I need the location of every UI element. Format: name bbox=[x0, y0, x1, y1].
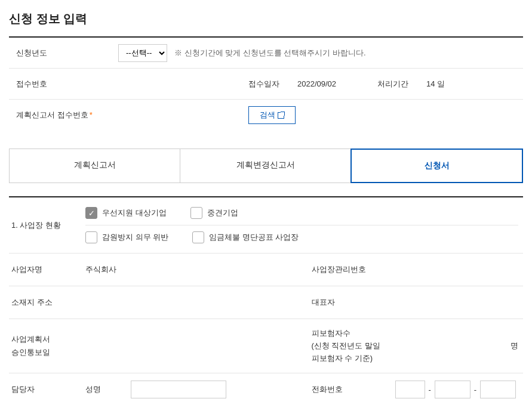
checkbox-icon bbox=[190, 207, 202, 219]
tab-plan-report[interactable]: 계획신고서 bbox=[9, 149, 180, 183]
process-period-value: 14 일 bbox=[424, 79, 472, 89]
receipt-date-value: 2022/09/02 bbox=[295, 79, 373, 88]
ceo-value bbox=[390, 296, 524, 308]
address-label: 소재지 주소 bbox=[9, 286, 81, 319]
year-select[interactable]: --선택-- bbox=[118, 44, 167, 62]
biz-mgmt-no-label: 사업장관리번호 bbox=[307, 256, 390, 283]
year-hint: ※ 신청기간에 맞게 신청년도를 선택해주시기 바랍니다. bbox=[174, 48, 366, 58]
search-button[interactable]: 검색 bbox=[248, 106, 296, 124]
checkbox-priority-support[interactable]: ✓ 우선지원 대상기업 bbox=[85, 207, 167, 219]
insured-unit: 명 bbox=[511, 341, 518, 351]
phone-separator: - bbox=[429, 385, 431, 394]
plan-receipt-no-label: 계획신고서 접수번호* bbox=[9, 100, 113, 130]
phone-input-3[interactable] bbox=[480, 381, 516, 398]
contact-name-label: 성명 bbox=[85, 384, 101, 395]
external-link-icon bbox=[278, 112, 284, 119]
plan-approval-label: 사업계획서 승인통보일 bbox=[9, 319, 81, 373]
page-title: 신청 정보 입력 bbox=[9, 6, 523, 36]
receipt-no-label: 접수번호 bbox=[9, 69, 113, 99]
checkbox-icon bbox=[85, 231, 97, 243]
contact-label: 담당자 bbox=[9, 373, 81, 405]
ceo-label: 대표자 bbox=[307, 289, 390, 316]
year-label: 신청년도 bbox=[9, 38, 113, 68]
tabs: 계획신고서 계획변경신고서 신청서 bbox=[9, 149, 523, 183]
tab-application[interactable]: 신청서 bbox=[350, 149, 523, 183]
receipt-date-label: 접수일자 bbox=[248, 79, 290, 89]
checkbox-wage-arrears[interactable]: 임금체불 명단공표 사업장 bbox=[192, 231, 299, 243]
required-mark: * bbox=[90, 110, 93, 119]
contact-phone-label: 전화번호 bbox=[307, 376, 390, 403]
contact-name-input[interactable] bbox=[131, 381, 226, 398]
application-info-form: 신청년도 --선택-- ※ 신청기간에 맞게 신청년도를 선택해주시기 바랍니다… bbox=[9, 38, 523, 131]
checkbox-midsize-company[interactable]: 중견기업 bbox=[190, 207, 238, 219]
section1-label: 1. 사업장 현황 bbox=[9, 197, 81, 253]
checkbox-icon: ✓ bbox=[85, 207, 97, 219]
biz-name-value: 주식회사 bbox=[85, 264, 116, 275]
biz-mgmt-no-value bbox=[390, 264, 524, 276]
business-detail-form: 1. 사업장 현황 ✓ 우선지원 대상기업 중견기업 감원방지 의무 위반 bbox=[9, 196, 523, 405]
biz-name-label: 사업자명 bbox=[9, 253, 81, 286]
phone-separator: - bbox=[474, 385, 476, 394]
checkbox-layoff-violation[interactable]: 감원방지 의무 위반 bbox=[85, 231, 168, 243]
insured-count-label: 피보험자수 (신청 직전년도 말일 피보험자 수 기준) bbox=[307, 319, 390, 373]
tab-plan-change-report[interactable]: 계획변경신고서 bbox=[180, 149, 351, 183]
process-period-label: 처리기간 bbox=[377, 79, 419, 89]
phone-input-2[interactable] bbox=[435, 381, 471, 398]
checkbox-icon bbox=[192, 231, 204, 243]
phone-input-1[interactable] bbox=[395, 381, 425, 398]
